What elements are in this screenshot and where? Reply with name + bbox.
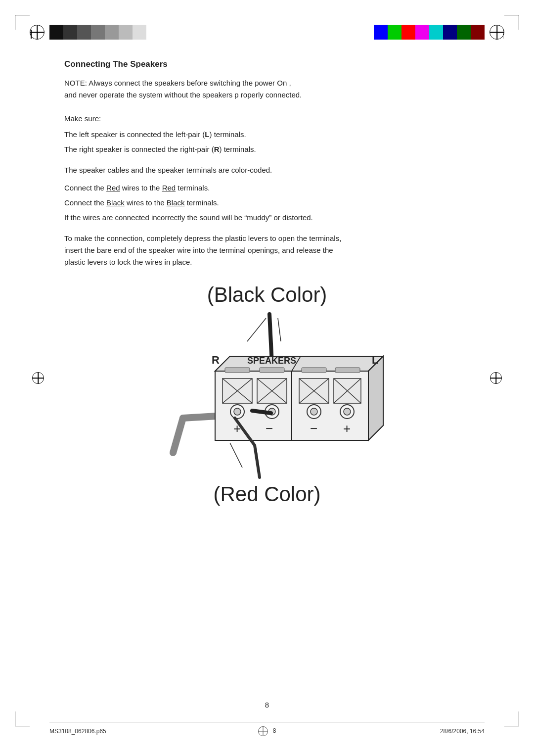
color-swatch-darkred — [471, 25, 485, 40]
footer-reg-mark — [258, 726, 268, 736]
svg-rect-30 — [260, 368, 284, 373]
section-title: Connecting The Speakers — [64, 59, 470, 69]
color-swatch-darkgreen — [457, 25, 471, 40]
connect-red-line: Connect the Red wires to the Red termina… — [64, 182, 470, 194]
svg-line-45 — [230, 443, 242, 468]
gray-swatch-1 — [49, 25, 63, 40]
connect-black-line: Connect the Black wires to the Black ter… — [64, 197, 470, 209]
top-bar — [30, 20, 504, 45]
color-swatch-blue — [374, 25, 388, 40]
reg-mark-side-left — [32, 372, 44, 384]
reg-mark-side-right — [490, 372, 502, 384]
gray-swatch-6 — [119, 25, 133, 40]
svg-line-43 — [247, 318, 266, 341]
gray-swatch-7 — [133, 25, 146, 40]
gray-swatch-3 — [77, 25, 91, 40]
crop-mark-tl — [15, 15, 30, 30]
left-speaker-line: The left speaker is connected the left-p… — [64, 129, 470, 141]
color-swatch-magenta — [415, 25, 429, 40]
svg-line-40 — [252, 411, 271, 413]
crop-mark-br — [504, 711, 519, 726]
svg-rect-29 — [225, 368, 250, 373]
svg-line-3 — [173, 418, 183, 453]
reg-mark-left — [30, 25, 44, 40]
gray-swatches — [49, 25, 146, 40]
color-swatches — [374, 25, 485, 40]
red-color-label: (Red Color) — [213, 482, 320, 506]
diagram-section: (Black Color) — [64, 283, 470, 506]
black-color-label: (Black Color) — [207, 283, 327, 307]
note-text: NOTE: Always connect the speakers before… — [64, 79, 291, 87]
svg-text:−: − — [310, 421, 317, 436]
svg-text:SPEAKERS: SPEAKERS — [247, 356, 296, 366]
crop-mark-tr — [504, 15, 519, 30]
svg-line-41 — [255, 445, 260, 477]
right-speaker-line: The right speaker is connected the right… — [64, 143, 470, 155]
make-sure-label: Make sure: — [64, 113, 470, 125]
page-number: 8 — [265, 701, 269, 709]
color-swatch-red — [401, 25, 415, 40]
svg-text:R: R — [212, 354, 220, 366]
gray-swatch-4 — [91, 25, 105, 40]
footer-center: 8 — [194, 726, 339, 736]
svg-rect-31 — [302, 368, 326, 373]
svg-point-13 — [234, 408, 241, 415]
color-swatch-cyan — [429, 25, 443, 40]
svg-line-44 — [278, 318, 281, 341]
reg-mark-right — [490, 25, 504, 40]
svg-marker-6 — [368, 356, 383, 440]
color-coded-line: The speaker cables and the speaker termi… — [64, 164, 470, 176]
footer-bar: MS3108_062806.p65 8 28/6/2006, 16:54 — [49, 722, 485, 736]
svg-point-28 — [344, 408, 351, 415]
svg-point-23 — [311, 408, 317, 415]
gray-swatch-5 — [105, 25, 119, 40]
color-swatch-green — [388, 25, 401, 40]
color-swatch-navy — [443, 25, 457, 40]
svg-rect-32 — [335, 368, 360, 373]
svg-text:L: L — [372, 354, 378, 366]
crop-mark-bl — [15, 711, 30, 726]
gray-swatch-2 — [63, 25, 77, 40]
depress-paragraph: To make the connection, completely depre… — [64, 233, 470, 268]
incorrect-line: If the wires are connected incorrectly t… — [64, 212, 470, 224]
svg-text:+: + — [343, 421, 351, 436]
note-text2: and never operate the system without the… — [64, 91, 302, 99]
footer-right: 28/6/2006, 16:54 — [340, 728, 485, 735]
footer-left: MS3108_062806.p65 — [49, 728, 194, 735]
diagram-svg: R SPEAKERS L + − − + — [143, 312, 391, 480]
footer-page: 8 — [273, 727, 276, 734]
svg-text:−: − — [266, 421, 273, 436]
note-paragraph: NOTE: Always connect the speakers before… — [64, 77, 470, 101]
main-content: Connecting The Speakers NOTE: Always con… — [64, 59, 470, 682]
speaker-diagram: R SPEAKERS L + − − + — [143, 312, 391, 480]
